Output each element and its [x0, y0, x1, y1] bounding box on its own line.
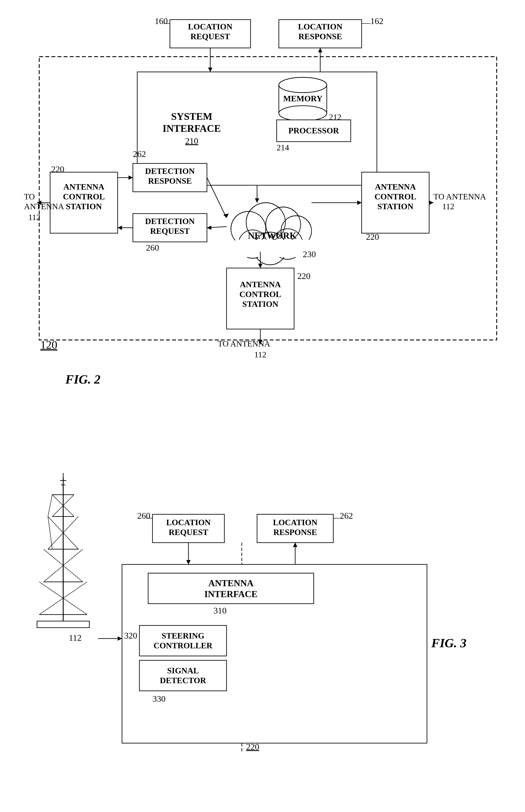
memory-label: MEMORY: [283, 94, 322, 103]
fig3-antenna-interface-label1: ANTENNA: [208, 578, 254, 588]
antenna-ref-bottom: 112: [254, 350, 267, 359]
fig3-signal-label2: DETECTOR: [160, 676, 206, 685]
svg-rect-76: [37, 621, 89, 628]
system-label: 120: [40, 339, 57, 351]
sys-interface-label2: INTERFACE: [163, 123, 221, 134]
sys-interface-label: SYSTEM: [171, 111, 212, 122]
fig3-loc-request-ref: 260: [137, 511, 150, 521]
loc-response-ref: 162: [370, 16, 384, 26]
acs-right-label3: STATION: [377, 202, 413, 211]
antenna-tower: [37, 473, 89, 628]
fig3-loc-response-ref: 262: [340, 511, 353, 521]
to-antenna-bottom: TO ANTENNA: [217, 339, 270, 348]
acs-bottom-label1: ANTENNA: [240, 280, 281, 289]
acs-left-label1: ANTENNA: [63, 182, 104, 191]
loc-response-label: LOCATION: [298, 22, 343, 31]
fig3-tower-ref: 112: [69, 633, 82, 643]
svg-marker-27: [118, 225, 122, 230]
sys-interface-ref: 210: [185, 136, 198, 146]
processor-ref: 214: [277, 143, 289, 152]
svg-point-12: [279, 106, 327, 121]
det-request-label2: REQUEST: [150, 226, 190, 236]
page: 120 LOCATION REQUEST 160 LOCATION RESPON…: [0, 0, 525, 812]
svg-line-65: [48, 495, 52, 516]
svg-rect-89: [139, 660, 227, 691]
fig3-loc-request-label1: LOCATION: [166, 518, 211, 527]
fig3-signal-label1: SIGNAL: [167, 666, 199, 675]
acs-bottom-ref: 220: [297, 271, 311, 281]
det-request-label: DETECTION: [145, 217, 195, 226]
svg-marker-25: [129, 175, 133, 180]
fig3-acs-ref: 220: [246, 742, 259, 752]
svg-line-66: [48, 516, 52, 549]
svg-marker-16: [255, 198, 259, 203]
acs-bottom-label2: CONTROL: [239, 290, 281, 299]
antenna-ref-right: 112: [442, 202, 454, 211]
svg-rect-88: [139, 625, 227, 656]
fig3-antenna-interface-label2: INTERFACE: [204, 589, 257, 599]
svg-marker-50: [429, 201, 434, 205]
fig3-antenna-interface-ref: 310: [213, 606, 227, 616]
acs-left-label2: CONTROL: [63, 192, 105, 201]
det-response-ref: 262: [133, 149, 146, 159]
fig3-diagram: 112 LOCATION REQUEST 260 LOCATION RESPON…: [17, 429, 525, 812]
det-request-ref: 260: [146, 243, 159, 253]
svg-marker-20: [223, 213, 229, 218]
fig2-caption: FIG. 2: [65, 372, 101, 386]
svg-marker-22: [207, 225, 211, 230]
svg-rect-45: [235, 240, 314, 257]
svg-marker-53: [258, 264, 262, 268]
svg-marker-8: [318, 48, 322, 52]
network-ref: 230: [303, 249, 316, 259]
fig3-caption: FIG. 3: [431, 636, 466, 650]
det-response-label2: RESPONSE: [148, 176, 192, 186]
svg-marker-48: [357, 201, 362, 205]
acs-bottom-label3: STATION: [242, 299, 278, 309]
loc-response-label2: RESPONSE: [298, 32, 342, 41]
loc-request-label: LOCATION: [188, 22, 232, 31]
fig3-steering-label2: CONTROLLER: [153, 641, 213, 650]
acs-left-ref: 220: [51, 164, 64, 174]
fig3-steering-ref: 320: [124, 631, 137, 640]
fig3-loc-response-label2: RESPONSE: [273, 528, 317, 537]
network-label: NETWORK: [248, 231, 297, 240]
fig3-signal-ref: 330: [152, 694, 166, 704]
svg-marker-6: [208, 68, 212, 72]
svg-marker-91: [118, 636, 122, 641]
svg-marker-82: [186, 560, 191, 564]
fig3-loc-request-label2: REQUEST: [169, 528, 208, 537]
fig3-loc-response-label1: LOCATION: [273, 518, 317, 527]
to-antenna-left: TO: [24, 192, 35, 201]
processor-label: PROCESSOR: [288, 126, 339, 135]
loc-request-label2: REQUEST: [190, 32, 230, 41]
acs-right-ref: 220: [366, 232, 379, 242]
acs-right-label1: ANTENNA: [375, 182, 416, 191]
antenna-ref-left: 112: [28, 213, 41, 222]
to-antenna-right: TO ANTENNA: [434, 192, 486, 201]
loc-request-ref: 160: [155, 16, 168, 26]
fig3-steering-label1: STEERING: [162, 631, 204, 640]
to-antenna-left2: ANTENNA: [24, 202, 64, 211]
det-response-label: DETECTION: [145, 166, 195, 176]
svg-marker-84: [293, 543, 297, 547]
fig2-diagram: 120 LOCATION REQUEST 160 LOCATION RESPON…: [17, 13, 525, 438]
svg-rect-87: [148, 573, 314, 604]
acs-left-label3: STATION: [66, 202, 102, 211]
acs-right-label2: CONTROL: [374, 192, 416, 201]
svg-point-13: [279, 77, 327, 93]
